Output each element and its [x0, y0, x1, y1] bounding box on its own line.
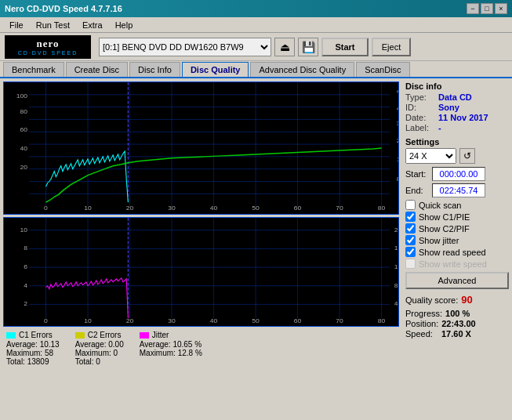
svg-text:6: 6: [24, 263, 27, 270]
tab-benchmark[interactable]: Benchmark: [3, 62, 64, 77]
title-bar: Nero CD-DVD Speed 4.7.7.16 − □ ×: [0, 0, 512, 17]
c2-avg-label: Average:: [75, 340, 107, 349]
start-button[interactable]: Start: [321, 38, 369, 56]
top-chart-svg: 100 80 60 40 20 48 40 32 24 16 8 0 10 20…: [4, 82, 398, 214]
start-time-input[interactable]: [432, 167, 485, 181]
speed-row: Speed: 17.60 X: [405, 329, 509, 339]
tab-disc-quality[interactable]: Disc Quality: [182, 62, 249, 77]
window-controls: − □ ×: [467, 3, 507, 14]
bottom-chart-svg: 10 8 6 4 2 20 16 12 8 4 0 10 20 30 40 50…: [4, 218, 398, 326]
menu-run-test[interactable]: Run Test: [30, 19, 76, 31]
svg-text:20: 20: [20, 164, 27, 171]
c1-color: [6, 332, 16, 339]
menu-file[interactable]: File: [3, 19, 30, 31]
show-jitter-label: Show jitter: [419, 236, 459, 245]
quality-score-row: Quality score: 90: [405, 294, 509, 306]
svg-text:8: 8: [397, 176, 398, 183]
speed-value: 17.60 X: [441, 329, 471, 339]
id-value: Sony: [438, 103, 459, 112]
show-c2-pif-row: Show C2/PIF: [405, 223, 509, 234]
tab-advanced-disc-quality[interactable]: Advanced Disc Quality: [250, 62, 354, 77]
svg-text:60: 60: [294, 205, 302, 212]
legend-c1: C1 Errors Average: 10.13 Maximum: 58 Tot…: [6, 331, 60, 366]
tab-create-disc[interactable]: Create Disc: [66, 62, 128, 77]
quality-value: 90: [461, 294, 472, 306]
show-jitter-row: Show jitter: [405, 235, 509, 245]
tab-scandisc[interactable]: ScanDisc: [356, 62, 409, 77]
svg-text:100: 100: [16, 92, 28, 100]
show-c1-pie-checkbox[interactable]: [405, 212, 416, 222]
minimize-button[interactable]: −: [467, 3, 479, 14]
eject-icon-button[interactable]: ⏏: [274, 38, 295, 56]
quick-scan-checkbox[interactable]: [405, 200, 416, 210]
legend-c2: C2 Errors Average: 0.00 Maximum: 0 Total…: [75, 331, 124, 366]
menu-help[interactable]: Help: [109, 19, 140, 31]
c2-color: [75, 332, 85, 339]
svg-text:10: 10: [20, 226, 27, 234]
c1-avg-label: Average:: [6, 340, 38, 349]
sidebar: Disc info Type: Data CD ID: Sony Date: 1…: [402, 78, 512, 420]
svg-text:70: 70: [336, 205, 343, 212]
jitter-avg-value: 10.65 %: [172, 340, 202, 349]
chart-area: 100 80 60 40 20 48 40 32 24 16 8 0 10 20…: [0, 78, 402, 420]
start-time-row: Start:: [405, 167, 509, 181]
end-label: End:: [405, 186, 429, 195]
quick-scan-label: Quick scan: [419, 201, 461, 210]
restore-button[interactable]: □: [481, 3, 493, 14]
refresh-button[interactable]: ↺: [459, 148, 475, 164]
position-value: 22:43.00: [441, 319, 475, 328]
svg-text:10: 10: [84, 205, 92, 212]
top-chart: 100 80 60 40 20 48 40 32 24 16 8 0 10 20…: [3, 81, 399, 215]
svg-text:16: 16: [394, 245, 398, 252]
tab-bar: Benchmark Create Disc Disc Info Disc Qua…: [0, 61, 512, 78]
advanced-button[interactable]: Advanced: [405, 272, 509, 289]
progress-section: Progress: 100 % Position: 22:43.00 Speed…: [405, 309, 509, 339]
drive-select[interactable]: [0:1] BENQ DVD DD DW1620 B7W9: [99, 38, 271, 56]
svg-text:40: 40: [210, 205, 218, 212]
c2-total-value: 0: [96, 357, 100, 366]
svg-text:20: 20: [126, 317, 134, 324]
jitter-max-label: Maximum:: [140, 349, 176, 357]
eject-button[interactable]: Eject: [372, 38, 411, 56]
date-label: Date:: [405, 113, 435, 122]
svg-text:80: 80: [20, 108, 27, 115]
show-c2-pif-checkbox[interactable]: [405, 223, 416, 234]
position-label: Position:: [405, 319, 438, 328]
quality-label: Quality score:: [405, 295, 458, 305]
jitter-avg-label: Average:: [140, 340, 171, 349]
jitter-title: Jitter: [152, 331, 169, 339]
legend-jitter: Jitter Average: 10.65 % Maximum: 12.8 %: [140, 331, 202, 366]
svg-text:8: 8: [394, 282, 398, 289]
svg-text:30: 30: [168, 317, 176, 324]
menu-extra[interactable]: Extra: [76, 19, 109, 31]
type-value: Data CD: [438, 92, 472, 102]
svg-text:0: 0: [44, 205, 48, 212]
svg-text:10: 10: [84, 317, 92, 324]
c2-avg-value: 0.00: [108, 340, 123, 349]
disc-info-section: Disc info Type: Data CD ID: Sony Date: 1…: [405, 81, 509, 132]
position-row: Position: 22:43.00: [405, 319, 509, 328]
c2-title: C2 Errors: [88, 331, 122, 339]
c1-avg-value: 10.13: [40, 340, 60, 349]
show-jitter-checkbox[interactable]: [405, 235, 416, 245]
end-time-input[interactable]: [432, 183, 485, 197]
settings-section: Settings 24 X 16 X 8 X 4 X MAX ↺ Start: …: [405, 137, 509, 289]
svg-text:8: 8: [24, 245, 27, 252]
speed-select[interactable]: 24 X 16 X 8 X 4 X MAX: [405, 148, 456, 164]
c1-title: C1 Errors: [19, 331, 53, 339]
toolbar: nero CD·DVD SPEED [0:1] BENQ DVD DD DW16…: [0, 33, 512, 61]
c2-max-label: Maximum:: [75, 349, 111, 357]
svg-text:24: 24: [397, 137, 398, 144]
svg-text:12: 12: [394, 263, 398, 270]
svg-rect-40: [4, 218, 398, 326]
svg-text:50: 50: [252, 317, 260, 324]
tab-disc-info[interactable]: Disc Info: [129, 62, 180, 77]
window-title: Nero CD-DVD Speed 4.7.7.16: [5, 4, 122, 13]
main-content: 100 80 60 40 20 48 40 32 24 16 8 0 10 20…: [0, 78, 512, 420]
c1-max-label: Maximum:: [6, 349, 42, 357]
app-logo: nero CD·DVD SPEED: [5, 35, 91, 59]
save-icon-button[interactable]: 💾: [298, 38, 318, 56]
close-button[interactable]: ×: [495, 3, 507, 14]
svg-text:70: 70: [336, 317, 343, 324]
show-read-speed-checkbox[interactable]: [405, 247, 416, 257]
